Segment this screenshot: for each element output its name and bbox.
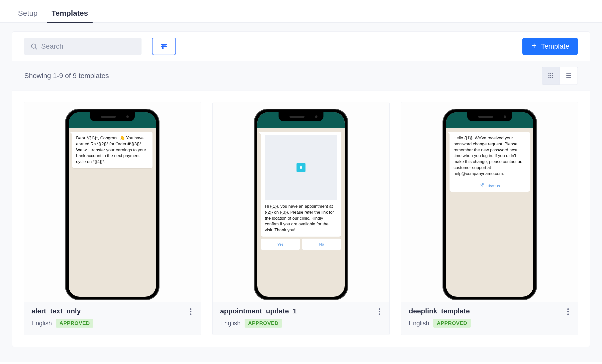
plus-icon: [531, 42, 537, 51]
tab-templates[interactable]: Templates: [51, 9, 88, 22]
results-summary: Showing 1-9 of 9 templates: [24, 72, 109, 80]
view-toggle: [542, 67, 578, 85]
more-vertical-icon: [567, 308, 569, 316]
message-bubble: Hello {{1}}, We've received your passwor…: [450, 132, 530, 192]
view-grid-button[interactable]: [542, 67, 560, 85]
search-input[interactable]: [41, 42, 136, 50]
phone-notch: [279, 112, 323, 121]
more-vertical-icon: [190, 308, 192, 316]
svg-point-15: [552, 75, 553, 76]
page-body: Template Showing 1-9 of 9 templates: [0, 23, 602, 362]
svg-point-30: [567, 311, 569, 312]
svg-point-29: [567, 308, 569, 310]
svg-point-22: [190, 308, 191, 310]
sliders-icon: [160, 42, 168, 50]
more-vertical-icon: [378, 308, 380, 316]
template-footer: appointment_update_1 English APPROVED: [213, 302, 389, 335]
template-grid: Dear *{{1}}*, Congrats! 👏 You have earne…: [12, 91, 590, 347]
new-template-button[interactable]: Template: [522, 38, 578, 55]
message-body: Hello {{1}}, We've received your passwor…: [453, 136, 524, 176]
media-placeholder: [265, 135, 337, 200]
svg-point-25: [379, 308, 380, 310]
svg-point-24: [190, 313, 191, 315]
svg-rect-21: [566, 77, 571, 78]
template-card: Hi {{1}}, you have an appointment at {{2…: [212, 102, 390, 335]
phone-mockup: Dear *{{1}}*, Congrats! 👏 You have earne…: [65, 109, 159, 300]
svg-line-28: [481, 183, 483, 185]
template-language: English: [409, 320, 429, 327]
toolbar: Template: [12, 32, 590, 61]
template-language: English: [31, 320, 52, 327]
message-bubble: Hi {{1}}, you have an appointment at {{2…: [261, 132, 341, 237]
svg-point-7: [162, 47, 163, 49]
svg-point-11: [550, 73, 551, 74]
template-language: English: [220, 320, 241, 327]
view-list-button[interactable]: [560, 67, 578, 85]
grid-icon: [548, 72, 554, 80]
quick-reply-button[interactable]: No: [302, 239, 341, 250]
search-box: [24, 38, 142, 55]
svg-point-18: [552, 77, 553, 78]
search-icon: [30, 43, 38, 50]
list-icon: [566, 72, 572, 80]
svg-point-5: [164, 46, 165, 47]
svg-point-13: [548, 75, 549, 76]
svg-point-27: [379, 313, 380, 315]
svg-point-16: [548, 77, 549, 78]
template-name: alert_text_only: [31, 307, 193, 315]
message-body: Dear *{{1}}*, Congrats! 👏 You have earne…: [76, 136, 146, 164]
phone-notch: [90, 112, 135, 121]
template-footer: deeplink_template English APPROVED: [401, 302, 578, 335]
cta-link-label: Chat Us: [486, 183, 500, 188]
template-menu-button[interactable]: [186, 307, 196, 317]
main-card: Template Showing 1-9 of 9 templates: [12, 31, 590, 347]
message-body: Hi {{1}}, you have an appointment at {{2…: [265, 204, 334, 232]
template-menu-button[interactable]: [374, 307, 384, 317]
template-status-badge: APPROVED: [56, 319, 93, 328]
svg-point-3: [162, 44, 163, 45]
template-name: appointment_update_1: [220, 307, 382, 315]
tab-bar: Setup Templates: [0, 0, 602, 23]
svg-point-17: [550, 77, 551, 78]
svg-rect-20: [566, 75, 571, 76]
svg-point-14: [550, 75, 551, 76]
template-footer: alert_text_only English APPROVED: [24, 302, 201, 335]
quick-reply-button[interactable]: Yes: [261, 239, 300, 250]
template-menu-button[interactable]: [563, 307, 573, 317]
phone-mockup: Hello {{1}}, We've received your passwor…: [443, 109, 537, 300]
svg-line-1: [35, 48, 37, 49]
svg-point-31: [567, 313, 569, 315]
svg-point-12: [552, 73, 553, 74]
template-status-badge: APPROVED: [433, 319, 471, 328]
tab-setup[interactable]: Setup: [18, 9, 37, 22]
external-link-icon: [479, 183, 484, 189]
quick-reply-row: Yes No: [261, 239, 341, 250]
svg-rect-19: [566, 73, 571, 74]
cta-link-row[interactable]: Chat Us: [450, 180, 530, 192]
template-preview: Hello {{1}}, We've received your passwor…: [401, 102, 578, 302]
template-status-badge: APPROVED: [245, 319, 282, 328]
message-bubble: Dear *{{1}}*, Congrats! 👏 You have earne…: [72, 132, 152, 168]
svg-point-10: [548, 73, 549, 74]
results-header: Showing 1-9 of 9 templates: [12, 61, 590, 91]
template-preview: Dear *{{1}}*, Congrats! 👏 You have earne…: [24, 102, 201, 302]
location-icon: [297, 163, 305, 172]
template-name: deeplink_template: [409, 307, 571, 315]
new-template-label: Template: [541, 42, 569, 50]
svg-point-23: [190, 311, 191, 312]
phone-notch: [467, 112, 512, 121]
phone-mockup: Hi {{1}}, you have an appointment at {{2…: [254, 109, 348, 300]
svg-point-26: [379, 311, 380, 312]
template-preview: Hi {{1}}, you have an appointment at {{2…: [213, 102, 389, 302]
template-card: Dear *{{1}}*, Congrats! 👏 You have earne…: [24, 102, 201, 335]
filter-button[interactable]: [152, 38, 176, 55]
template-card: Hello {{1}}, We've received your passwor…: [401, 102, 578, 335]
